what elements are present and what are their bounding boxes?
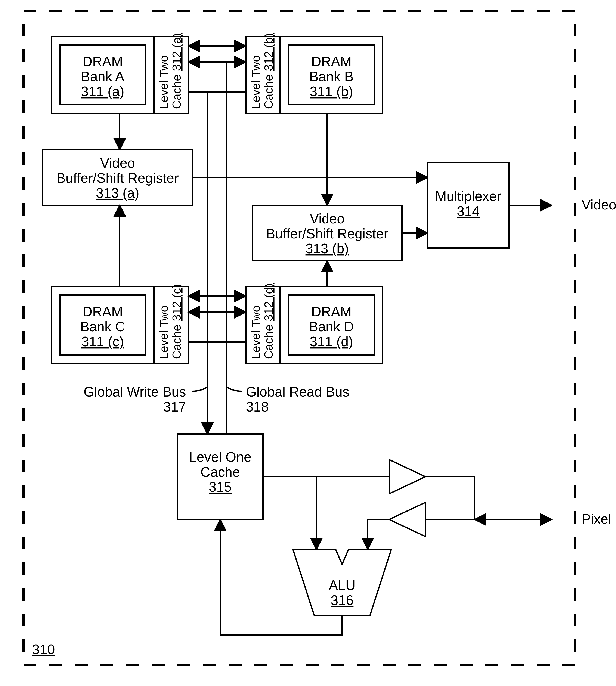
svg-text:311 (b): 311 (b) [310, 84, 353, 99]
alu: ALU 316 [293, 549, 391, 616]
svg-text:313 (a): 313 (a) [96, 185, 139, 201]
svg-text:Cache 312 (d): Cache 312 (d) [262, 283, 275, 359]
svg-text:313 (b): 313 (b) [306, 241, 349, 256]
grb-label-ref: 318 [246, 399, 269, 415]
input-buffer-icon [389, 502, 425, 536]
dram-bank-a: DRAM Bank A 311 (a) Level Two Cache 312 … [51, 33, 188, 113]
svg-text:Cache 312 (a): Cache 312 (a) [170, 33, 183, 109]
dram-bank-c: DRAM Bank C 311 (c) Level Two Cache 312 … [51, 284, 188, 363]
svg-text:Multiplexer: Multiplexer [435, 189, 501, 204]
svg-text:Bank C: Bank C [80, 319, 125, 334]
label-pixel-data: Pixel Data [581, 511, 616, 527]
gwb-label-l1: Global Write Bus [84, 384, 186, 400]
diagram-svg: 310 DRAM Bank A 311 (a) Level Two Cache … [0, 0, 616, 686]
svg-text:311 (c): 311 (c) [81, 334, 124, 349]
svg-text:Level Two: Level Two [249, 306, 262, 359]
video-buffer-a: Video Buffer/Shift Register 313 (a) [43, 150, 193, 205]
svg-text:ALU: ALU [329, 578, 356, 593]
gwb-label-ref: 317 [163, 399, 186, 415]
frame-ref: 310 [32, 642, 55, 657]
diagram-root: { "frame": { "ref": "310" }, "blocks": {… [0, 0, 616, 686]
svg-text:311 (a): 311 (a) [81, 84, 125, 99]
multiplexer: Multiplexer 314 [427, 162, 509, 248]
dram-bank-d: DRAM Bank D 311 (d) Level Two Cache 312 … [246, 283, 383, 363]
svg-text:316: 316 [331, 593, 354, 608]
svg-text:Level Two: Level Two [157, 56, 170, 109]
output-buffer-icon [389, 460, 425, 494]
grb-label-l1: Global Read Bus [246, 384, 349, 400]
svg-text:Buffer/Shift Register: Buffer/Shift Register [57, 170, 179, 186]
svg-text:311 (d): 311 (d) [310, 334, 353, 349]
level-one-cache: Level One Cache 315 [177, 434, 263, 519]
svg-text:Video: Video [310, 211, 345, 226]
svg-text:DRAM: DRAM [83, 54, 123, 69]
label-video: Video [581, 197, 616, 213]
svg-text:Video: Video [100, 155, 135, 171]
svg-text:Level Two: Level Two [249, 56, 262, 109]
svg-text:Bank B: Bank B [309, 69, 353, 84]
dram-bank-b: DRAM Bank B 311 (b) Level Two Cache 312 … [246, 33, 383, 113]
svg-text:Bank A: Bank A [81, 69, 125, 84]
svg-text:DRAM: DRAM [311, 304, 352, 319]
video-buffer-b: Video Buffer/Shift Register 313 (b) [252, 205, 402, 261]
svg-text:Cache 312 (b): Cache 312 (b) [262, 33, 275, 109]
svg-text:Cache: Cache [201, 464, 240, 480]
svg-text:314: 314 [457, 203, 480, 219]
svg-text:Buffer/Shift Register: Buffer/Shift Register [266, 226, 388, 241]
svg-text:Level One: Level One [189, 449, 251, 465]
svg-text:Cache 312 (c): Cache 312 (c) [170, 284, 183, 359]
svg-text:Bank D: Bank D [309, 319, 354, 334]
svg-text:DRAM: DRAM [311, 54, 352, 69]
svg-text:Level Two: Level Two [157, 306, 170, 359]
svg-text:315: 315 [209, 479, 232, 495]
svg-text:DRAM: DRAM [83, 304, 123, 319]
